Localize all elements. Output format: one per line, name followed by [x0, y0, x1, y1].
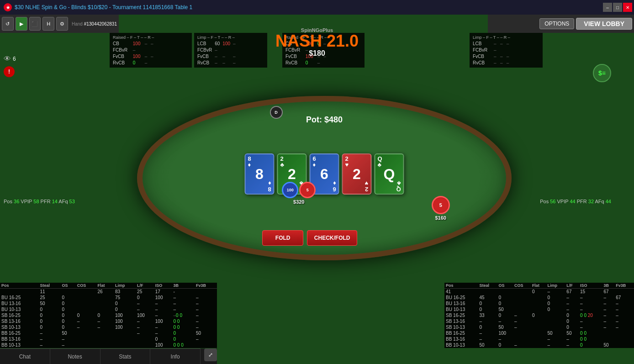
td: 50: [565, 330, 579, 336]
tab-notes[interactable]: Notes: [50, 348, 100, 364]
td: –: [136, 306, 154, 312]
options-button[interactable]: OPTIONS: [539, 18, 574, 29]
td: [531, 306, 546, 312]
left-limp-fvcb-val2: –: [221, 53, 232, 60]
td: 0 0: [172, 324, 194, 330]
table-row: BU 16-25 45 0 0 – – – 67: [444, 295, 634, 301]
pfr-val-r: 32: [588, 199, 594, 204]
td: –: [61, 342, 76, 348]
th-iso-r: ISO: [579, 283, 602, 289]
right-rvcb-val2: –: [316, 60, 322, 66]
right-chip-amount: $160: [435, 215, 446, 221]
th-cos-l: COS: [76, 283, 96, 289]
spin-prize: $180: [275, 49, 359, 58]
td: –: [614, 318, 634, 324]
td: [195, 289, 217, 295]
tab-expand-icon[interactable]: ⤢: [204, 348, 217, 361]
table-row: SB 10-13 0 50 – 0 – – –: [444, 324, 634, 330]
td: 100: [154, 295, 172, 301]
table-row: BU 10-13 0 0 0 – – – –: [0, 306, 217, 312]
maximize-button[interactable]: □: [613, 3, 622, 12]
td: –: [195, 295, 217, 301]
window-title: $30 NLHE Spin & Go - Blinds $10/$20 - To…: [15, 4, 192, 11]
center-chip-amount: $320: [293, 199, 304, 205]
toolbar-btn-stop[interactable]: ⬛: [29, 17, 41, 31]
td: 0: [136, 295, 154, 301]
left-lcb-val3: –: [232, 41, 237, 47]
th-cos-r: COS: [513, 283, 531, 289]
left-limp-rvcb-val1: –: [213, 60, 221, 66]
card4-rank: 2: [353, 167, 361, 181]
td: –: [602, 324, 615, 330]
td: –0 0: [172, 312, 194, 318]
table-action-area: FOLD CHECK/FOLD: [262, 230, 357, 246]
eye-indicator: 👁 6: [4, 55, 16, 63]
td: –: [478, 318, 497, 324]
td: –: [602, 312, 615, 318]
td: –: [172, 301, 194, 306]
td: [513, 306, 531, 312]
left-raised-hud: Raised – F – T – – R – CB 100 – – FCBvR …: [110, 33, 192, 68]
toolbar-btn-h[interactable]: H: [42, 17, 54, 31]
vpip-val-l: 58: [33, 199, 39, 204]
td: –: [195, 318, 217, 324]
spin-overlay: SpinNGoPlus NASH 21.0 $180: [275, 27, 359, 58]
td: 0: [76, 312, 96, 318]
left-rvcb-val2: –: [143, 60, 149, 66]
right-lcb-val2: –: [499, 41, 505, 47]
td: –: [38, 336, 60, 342]
toolbar-btn-settings[interactable]: ⚙: [56, 17, 68, 31]
td-pos: SB 10-13: [444, 324, 478, 330]
right-limp-rvcb-v1: –: [492, 60, 499, 66]
close-button[interactable]: ✕: [623, 3, 632, 12]
currency-icon[interactable]: $≡: [593, 64, 611, 82]
minimize-button[interactable]: –: [603, 3, 612, 12]
left-rvcb-label: RvCB: [111, 60, 132, 66]
td: 0: [38, 324, 60, 330]
td-pos: BB 10-13: [444, 342, 478, 348]
th-pos-r: Pos: [444, 283, 478, 289]
eye-count: 6: [13, 56, 16, 62]
tab-chat[interactable]: Chat: [0, 348, 50, 364]
td: –: [565, 336, 579, 342]
td: [0, 289, 38, 295]
td: 0: [61, 306, 76, 312]
td: 0: [497, 301, 513, 306]
table-felt: D Pot: $480 8♦ 8 8♦ 2♣ 2 2♣ 6♦ 6 6♦ 2♥ 2: [137, 96, 512, 260]
td: [602, 336, 615, 342]
card2-corner: 2♣: [280, 156, 285, 168]
view-lobby-button[interactable]: VIEW LOBBY: [576, 18, 632, 30]
td: 0 0 0: [172, 342, 194, 348]
th-limp-r: Limp: [546, 283, 565, 289]
td: 0: [154, 336, 172, 342]
td: –: [136, 330, 154, 336]
right-rvcb-val1: 0: [304, 60, 316, 66]
toolbar-btn-play[interactable]: ▶: [16, 17, 27, 31]
td: –: [565, 301, 579, 306]
toolbar-btn-back[interactable]: ↺: [2, 17, 14, 31]
td: –: [195, 324, 217, 330]
td-pos: BB 13-16: [0, 336, 38, 342]
hand-label: Hand: [72, 21, 84, 26]
td: 0: [478, 301, 497, 306]
tab-stats[interactable]: Stats: [100, 348, 151, 364]
community-card-4: 2♥ 2 2♥: [342, 153, 372, 195]
toolbar: ↺ ▶ ⬛ H ⚙ Hand #130442062831: [0, 15, 119, 33]
left-limp-fvcb-val1: –: [213, 53, 221, 60]
td: 50: [497, 306, 513, 312]
td-pos: SB 16-25: [0, 312, 38, 318]
left-lcb-val2: 100: [221, 41, 232, 47]
check-fold-button[interactable]: CHECK/FOLD: [307, 230, 357, 246]
left-rvcb-val1: 0: [132, 60, 143, 66]
fold-button[interactable]: FOLD: [262, 230, 303, 246]
th-iso-l: ISO: [154, 283, 172, 289]
td: –: [513, 312, 531, 318]
hand-number: #130442062831: [84, 21, 117, 26]
td: [478, 289, 497, 295]
td: –: [565, 342, 579, 348]
eye-icon: 👁: [4, 55, 11, 63]
td: [614, 289, 634, 295]
td: [513, 330, 531, 336]
tab-info[interactable]: Info: [150, 348, 201, 364]
td: 25: [136, 289, 154, 295]
